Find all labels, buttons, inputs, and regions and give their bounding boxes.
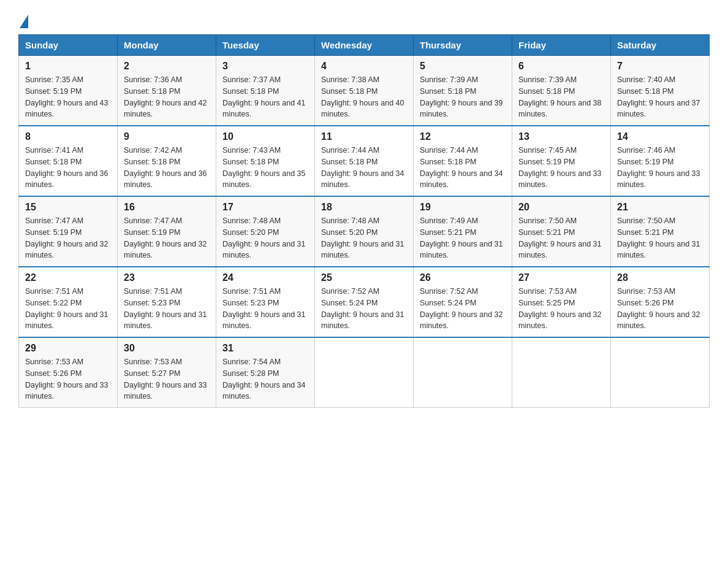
day-info: Sunrise: 7:39 AMSunset: 5:18 PMDaylight:…	[518, 74, 604, 120]
day-number: 11	[321, 131, 407, 142]
calendar-day-cell: 24Sunrise: 7:51 AMSunset: 5:23 PMDayligh…	[216, 267, 315, 337]
calendar-day-cell: 6Sunrise: 7:39 AMSunset: 5:18 PMDaylight…	[512, 56, 611, 126]
calendar-day-cell: 21Sunrise: 7:50 AMSunset: 5:21 PMDayligh…	[611, 196, 710, 267]
day-number: 6	[518, 61, 604, 72]
day-info: Sunrise: 7:53 AMSunset: 5:25 PMDaylight:…	[518, 286, 604, 332]
day-info: Sunrise: 7:47 AMSunset: 5:19 PMDaylight:…	[25, 215, 111, 261]
day-number: 3	[222, 61, 308, 72]
page-header	[18, 12, 710, 28]
calendar-week-row: 22Sunrise: 7:51 AMSunset: 5:22 PMDayligh…	[19, 267, 710, 337]
day-info: Sunrise: 7:52 AMSunset: 5:24 PMDaylight:…	[321, 286, 407, 332]
calendar-week-row: 1Sunrise: 7:35 AMSunset: 5:19 PMDaylight…	[19, 56, 710, 126]
day-number: 25	[321, 272, 407, 283]
day-info: Sunrise: 7:51 AMSunset: 5:23 PMDaylight:…	[222, 286, 308, 332]
calendar-day-cell: 8Sunrise: 7:41 AMSunset: 5:18 PMDaylight…	[19, 126, 118, 196]
day-info: Sunrise: 7:35 AMSunset: 5:19 PMDaylight:…	[25, 74, 111, 120]
day-number: 8	[25, 131, 111, 142]
day-number: 30	[124, 343, 210, 354]
day-number: 27	[518, 272, 604, 283]
calendar-day-cell: 7Sunrise: 7:40 AMSunset: 5:18 PMDaylight…	[611, 56, 710, 126]
day-number: 5	[420, 61, 506, 72]
day-info: Sunrise: 7:44 AMSunset: 5:18 PMDaylight:…	[321, 145, 407, 191]
weekday-header-friday: Friday	[512, 35, 611, 56]
day-info: Sunrise: 7:53 AMSunset: 5:26 PMDaylight:…	[617, 286, 703, 332]
calendar-day-cell: 29Sunrise: 7:53 AMSunset: 5:26 PMDayligh…	[19, 337, 118, 408]
day-info: Sunrise: 7:46 AMSunset: 5:19 PMDaylight:…	[617, 145, 703, 191]
day-info: Sunrise: 7:52 AMSunset: 5:24 PMDaylight:…	[420, 286, 506, 332]
day-info: Sunrise: 7:45 AMSunset: 5:19 PMDaylight:…	[518, 145, 604, 191]
calendar-day-cell: 31Sunrise: 7:54 AMSunset: 5:28 PMDayligh…	[216, 337, 315, 408]
day-number: 26	[420, 272, 506, 283]
day-info: Sunrise: 7:50 AMSunset: 5:21 PMDaylight:…	[617, 215, 703, 261]
day-info: Sunrise: 7:36 AMSunset: 5:18 PMDaylight:…	[124, 74, 210, 120]
day-number: 10	[222, 131, 308, 142]
day-info: Sunrise: 7:51 AMSunset: 5:23 PMDaylight:…	[124, 286, 210, 332]
day-number: 12	[420, 131, 506, 142]
day-info: Sunrise: 7:47 AMSunset: 5:19 PMDaylight:…	[124, 215, 210, 261]
day-number: 22	[25, 272, 111, 283]
day-number: 14	[617, 131, 703, 142]
calendar-day-cell: 17Sunrise: 7:48 AMSunset: 5:20 PMDayligh…	[216, 196, 315, 267]
logo-triangle-icon	[20, 15, 28, 28]
day-info: Sunrise: 7:53 AMSunset: 5:26 PMDaylight:…	[25, 356, 111, 402]
calendar-day-cell	[611, 337, 710, 408]
day-number: 1	[25, 61, 111, 72]
calendar-table: SundayMondayTuesdayWednesdayThursdayFrid…	[18, 34, 710, 408]
calendar-day-cell: 14Sunrise: 7:46 AMSunset: 5:19 PMDayligh…	[611, 126, 710, 196]
day-number: 4	[321, 61, 407, 72]
calendar-day-cell: 30Sunrise: 7:53 AMSunset: 5:27 PMDayligh…	[118, 337, 216, 408]
day-info: Sunrise: 7:50 AMSunset: 5:21 PMDaylight:…	[518, 215, 604, 261]
day-number: 9	[124, 131, 210, 142]
day-info: Sunrise: 7:49 AMSunset: 5:21 PMDaylight:…	[420, 215, 506, 261]
weekday-header-saturday: Saturday	[611, 35, 710, 56]
weekday-header-wednesday: Wednesday	[315, 35, 414, 56]
calendar-day-cell: 2Sunrise: 7:36 AMSunset: 5:18 PMDaylight…	[118, 56, 216, 126]
calendar-day-cell: 27Sunrise: 7:53 AMSunset: 5:25 PMDayligh…	[512, 267, 611, 337]
day-number: 31	[222, 343, 308, 354]
calendar-day-cell: 16Sunrise: 7:47 AMSunset: 5:19 PMDayligh…	[118, 196, 216, 267]
calendar-day-cell: 9Sunrise: 7:42 AMSunset: 5:18 PMDaylight…	[118, 126, 216, 196]
weekday-header-sunday: Sunday	[19, 35, 118, 56]
calendar-day-cell: 3Sunrise: 7:37 AMSunset: 5:18 PMDaylight…	[216, 56, 315, 126]
day-info: Sunrise: 7:51 AMSunset: 5:22 PMDaylight:…	[25, 286, 111, 332]
logo	[18, 12, 28, 28]
weekday-header-tuesday: Tuesday	[216, 35, 315, 56]
day-number: 13	[518, 131, 604, 142]
day-info: Sunrise: 7:44 AMSunset: 5:18 PMDaylight:…	[420, 145, 506, 191]
calendar-day-cell: 19Sunrise: 7:49 AMSunset: 5:21 PMDayligh…	[414, 196, 512, 267]
day-number: 19	[420, 202, 506, 213]
calendar-week-row: 15Sunrise: 7:47 AMSunset: 5:19 PMDayligh…	[19, 196, 710, 267]
calendar-day-cell: 22Sunrise: 7:51 AMSunset: 5:22 PMDayligh…	[19, 267, 118, 337]
day-info: Sunrise: 7:37 AMSunset: 5:18 PMDaylight:…	[222, 74, 308, 120]
calendar-day-cell: 10Sunrise: 7:43 AMSunset: 5:18 PMDayligh…	[216, 126, 315, 196]
day-number: 2	[124, 61, 210, 72]
day-info: Sunrise: 7:42 AMSunset: 5:18 PMDaylight:…	[124, 145, 210, 191]
day-info: Sunrise: 7:41 AMSunset: 5:18 PMDaylight:…	[25, 145, 111, 191]
calendar-day-cell: 4Sunrise: 7:38 AMSunset: 5:18 PMDaylight…	[315, 56, 414, 126]
day-number: 28	[617, 272, 703, 283]
day-number: 17	[222, 202, 308, 213]
day-info: Sunrise: 7:48 AMSunset: 5:20 PMDaylight:…	[222, 215, 308, 261]
day-number: 7	[617, 61, 703, 72]
day-number: 23	[124, 272, 210, 283]
day-number: 15	[25, 202, 111, 213]
calendar-day-cell	[512, 337, 611, 408]
weekday-header-row: SundayMondayTuesdayWednesdayThursdayFrid…	[19, 35, 710, 56]
calendar-day-cell	[315, 337, 414, 408]
day-number: 20	[518, 202, 604, 213]
day-info: Sunrise: 7:43 AMSunset: 5:18 PMDaylight:…	[222, 145, 308, 191]
weekday-header-thursday: Thursday	[414, 35, 512, 56]
calendar-day-cell: 18Sunrise: 7:48 AMSunset: 5:20 PMDayligh…	[315, 196, 414, 267]
day-info: Sunrise: 7:53 AMSunset: 5:27 PMDaylight:…	[124, 356, 210, 402]
calendar-day-cell: 13Sunrise: 7:45 AMSunset: 5:19 PMDayligh…	[512, 126, 611, 196]
calendar-day-cell	[414, 337, 512, 408]
day-info: Sunrise: 7:54 AMSunset: 5:28 PMDaylight:…	[222, 356, 308, 402]
day-info: Sunrise: 7:40 AMSunset: 5:18 PMDaylight:…	[617, 74, 703, 120]
calendar-day-cell: 11Sunrise: 7:44 AMSunset: 5:18 PMDayligh…	[315, 126, 414, 196]
calendar-day-cell: 26Sunrise: 7:52 AMSunset: 5:24 PMDayligh…	[414, 267, 512, 337]
weekday-header-monday: Monday	[118, 35, 216, 56]
day-number: 16	[124, 202, 210, 213]
calendar-day-cell: 1Sunrise: 7:35 AMSunset: 5:19 PMDaylight…	[19, 56, 118, 126]
calendar-week-row: 29Sunrise: 7:53 AMSunset: 5:26 PMDayligh…	[19, 337, 710, 408]
calendar-day-cell: 28Sunrise: 7:53 AMSunset: 5:26 PMDayligh…	[611, 267, 710, 337]
